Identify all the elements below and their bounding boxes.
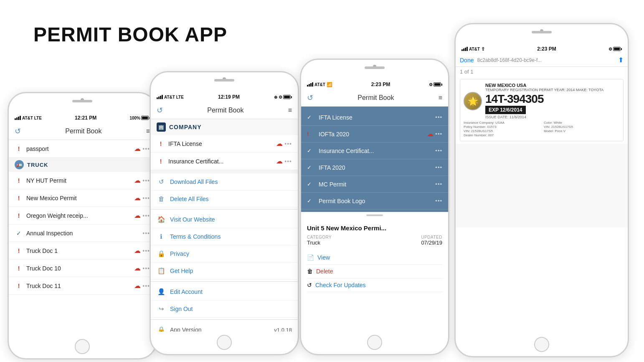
- action-label: View: [317, 254, 330, 261]
- menu-delete-files[interactable]: 🗑 Delete All Files: [151, 191, 298, 207]
- time-3: 2:23 PM: [371, 82, 390, 87]
- cloud-icon: ☁: [276, 140, 283, 148]
- item-label: MC Permit: [319, 181, 435, 188]
- refresh-button-2[interactable]: ↺: [157, 106, 163, 115]
- signout-icon: ↪: [157, 305, 166, 313]
- truck-section-header: 🚛 TRUCK: [9, 158, 156, 172]
- dots-menu[interactable]: •••: [142, 230, 150, 237]
- list-item-oregon[interactable]: ! Oregon Weight receip... ☁ •••: [9, 207, 156, 224]
- cloud-icon: ☁: [134, 247, 141, 255]
- item-label: Truck Doc 1: [26, 247, 134, 254]
- dots-menu[interactable]: •••: [142, 212, 150, 219]
- home-button-4[interactable]: [534, 337, 549, 352]
- blue-list-section: ✓ IFTA License ••• ! IOFTa 2020 ☁ ••• ✓ …: [301, 107, 448, 212]
- blue-item-logo[interactable]: ✓ Permit Book Logo •••: [301, 193, 448, 209]
- exclaim-icon: !: [15, 265, 23, 272]
- blue-item-ifta[interactable]: ✓ IFTA License •••: [301, 109, 448, 126]
- dots-menu[interactable]: •••: [435, 114, 442, 120]
- refresh-button-3[interactable]: ↺: [307, 93, 313, 102]
- signal-3: AT&T 📶: [307, 82, 332, 87]
- list-item-ny-hut[interactable]: ! NY HUT Permit ☁ •••: [9, 172, 156, 189]
- menu-sign-out[interactable]: ↪ Sign Out: [151, 301, 298, 318]
- browser-row: Done 8c2ab8df-168f-4d20-bc9e-f... ⬆: [460, 56, 624, 64]
- nav-bar-3: ↺ Permit Book ≡: [301, 89, 448, 107]
- exclaim-icon: !: [15, 177, 23, 184]
- dots-menu[interactable]: •••: [435, 148, 442, 154]
- menu-label: Delete All Files: [170, 196, 209, 202]
- menu-download-files[interactable]: ↺ Download All Files: [151, 173, 298, 191]
- dots-menu[interactable]: •••: [142, 195, 150, 201]
- dots-menu[interactable]: •••: [142, 283, 150, 289]
- permit-details: Insurance Company: USAA Policy Number: 0…: [464, 121, 620, 138]
- exclaim-icon: !: [15, 283, 23, 289]
- nav-bar-1: ↺ Permit Book ≡: [9, 122, 156, 140]
- list-item-ifta-license[interactable]: ! IFTA License ☁ •••: [151, 135, 298, 153]
- dots-menu[interactable]: •••: [435, 131, 442, 137]
- list-item-annual[interactable]: ✓ Annual Inspection •••: [9, 224, 156, 242]
- menu-terms[interactable]: ℹ Terms & Conditions: [151, 228, 298, 245]
- divider: [151, 209, 298, 209]
- dots-menu[interactable]: •••: [284, 158, 292, 165]
- action-delete[interactable]: 🗑 Delete: [307, 265, 442, 278]
- menu-get-help[interactable]: 📋 Get Help: [151, 263, 298, 280]
- menu-label: App Version: [170, 326, 202, 331]
- exclaim-icon: !: [15, 145, 23, 152]
- refresh-button-1[interactable]: ↺: [15, 127, 21, 136]
- home-button-3[interactable]: [367, 335, 382, 350]
- menu-privacy[interactable]: 🔒 Privacy: [151, 245, 298, 263]
- dots-menu[interactable]: •••: [142, 265, 150, 272]
- drag-handle: [366, 214, 383, 216]
- dots-menu[interactable]: •••: [142, 145, 150, 152]
- permit-seal: 🌟: [464, 92, 482, 110]
- list-item-insurance[interactable]: ! Insurance Certificat... ☁ •••: [151, 153, 298, 170]
- menu-edit-account[interactable]: 👤 Edit Account: [151, 283, 298, 301]
- dots-menu[interactable]: •••: [435, 198, 442, 204]
- dots-menu[interactable]: •••: [284, 140, 292, 147]
- list-item-truck-doc-1[interactable]: ! Truck Doc 1 ☁ •••: [9, 242, 156, 260]
- action-check-updates[interactable]: ↺ Check For Updates: [307, 278, 442, 292]
- blue-item-iofta[interactable]: ! IOFTa 2020 ☁ •••: [301, 126, 448, 143]
- time-2: 12:19 PM: [218, 94, 240, 100]
- blue-item-mc[interactable]: ✓ MC Permit •••: [301, 176, 448, 193]
- truck-label: TRUCK: [27, 162, 48, 168]
- browser-done-button[interactable]: Done: [460, 57, 474, 64]
- time-1: 12:21 PM: [75, 115, 96, 121]
- list-item-new-mexico[interactable]: ! New Mexico Permit ☁ •••: [9, 189, 156, 207]
- info-icon: ℹ: [157, 233, 166, 240]
- company-icon: 🏢: [157, 122, 166, 132]
- menu-button-2[interactable]: ≡: [288, 107, 292, 114]
- dots-menu[interactable]: •••: [142, 177, 150, 184]
- dots-menu[interactable]: •••: [435, 181, 442, 187]
- home-button-1[interactable]: [75, 339, 90, 354]
- signal-1: AT&T LTE: [15, 116, 42, 120]
- item-label: Insurance Certificat...: [319, 148, 435, 154]
- time-4: 2:23 PM: [537, 46, 556, 52]
- item-label: NY HUT Permit: [26, 177, 134, 184]
- menu-label: Privacy: [170, 250, 189, 257]
- item-label: Oregon Weight receip...: [26, 212, 134, 219]
- page-title: PERMIT BOOK APP: [33, 23, 227, 46]
- item-label: Truck Doc 10: [26, 265, 134, 272]
- cloud-icon: ☁: [134, 145, 141, 153]
- doc-meta: CATEGORY Truck UPDATED 07/29/19: [307, 235, 442, 246]
- exclaim-icon: !: [157, 158, 165, 165]
- divider: [151, 319, 298, 320]
- exclaim-icon: !: [307, 131, 315, 137]
- browser-bar: Done 8c2ab8df-168f-4d20-bc9e-f... ⬆: [456, 54, 628, 67]
- menu-visit-website[interactable]: 🏠 Visit Our Website: [151, 211, 298, 228]
- home-button-2[interactable]: [217, 335, 232, 350]
- dots-menu[interactable]: •••: [435, 164, 442, 171]
- menu-button-3[interactable]: ≡: [439, 94, 442, 102]
- phone-1: AT&T LTE 12:21 PM 100% ↺ Permit Book ≡ !…: [8, 92, 157, 359]
- share-button[interactable]: ⬆: [618, 56, 624, 64]
- action-view[interactable]: 📄 View: [307, 251, 442, 265]
- menu-label: Download All Files: [170, 178, 218, 185]
- list-item-passport[interactable]: ! passport ☁ •••: [9, 140, 156, 158]
- dots-menu[interactable]: •••: [142, 247, 150, 254]
- list-item-truck-doc-11[interactable]: ! Truck Doc 11 ☁ •••: [9, 277, 156, 295]
- check-icon: ✓: [307, 114, 315, 120]
- blue-item-ifta2020[interactable]: ✓ IFTA 2020 •••: [301, 159, 448, 176]
- menu-label: Sign Out: [170, 306, 193, 312]
- blue-item-insurance[interactable]: ✓ Insurance Certificat... •••: [301, 143, 448, 159]
- list-item-truck-doc-10[interactable]: ! Truck Doc 10 ☁ •••: [9, 260, 156, 277]
